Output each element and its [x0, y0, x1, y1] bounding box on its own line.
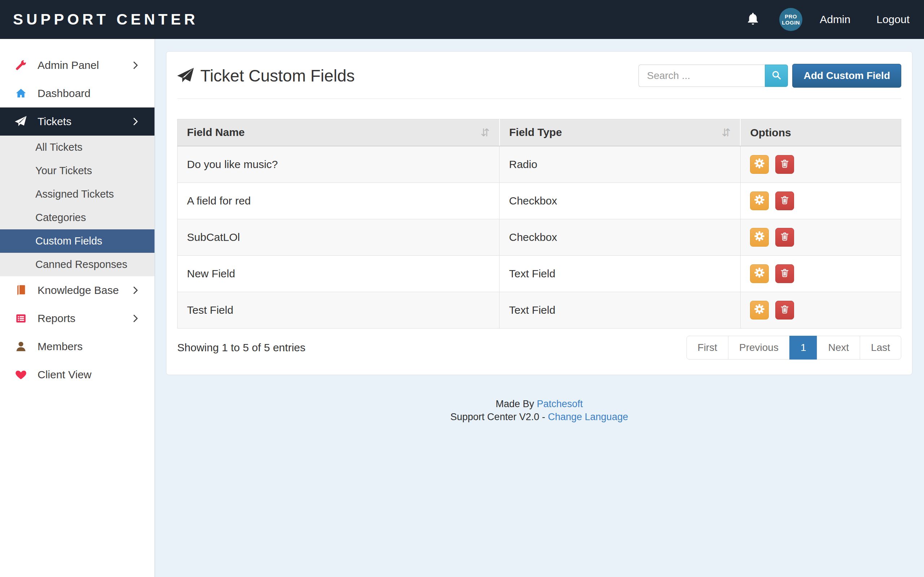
delete-field-button[interactable]: [775, 192, 794, 210]
navbar-right: PRO LOGIN Admin Logout: [745, 8, 909, 31]
search-button[interactable]: [765, 64, 788, 87]
report-icon: [14, 312, 28, 324]
sidebar-subitem-label: Custom Fields: [36, 235, 102, 247]
wrench-icon: [14, 59, 28, 71]
sort-icon: ⇵: [722, 126, 730, 139]
sidebar-item-label: Admin Panel: [37, 59, 99, 71]
search-icon: [771, 69, 782, 82]
field-name-cell: Do you like music?: [178, 146, 499, 183]
edit-field-button[interactable]: [750, 301, 769, 319]
field-name-cell: SubCatLOl: [178, 219, 499, 256]
sidebar-item-dashboard[interactable]: Dashboard: [0, 79, 155, 108]
footer-made-by-line: Made By Patchesoft: [166, 397, 913, 410]
nav-logout[interactable]: Logout: [876, 13, 909, 26]
chevron-right-icon: [130, 285, 141, 296]
table-row: SubCatLOl Checkbox: [178, 219, 901, 256]
sidebar-item-label: Tickets: [37, 115, 71, 128]
trash-icon: [780, 268, 790, 280]
field-name-cell: A field for red: [178, 183, 499, 219]
edit-field-button[interactable]: [750, 155, 769, 174]
sidebar-item-categories[interactable]: Categories: [0, 206, 155, 229]
options-cell: [740, 292, 901, 329]
field-type-cell: Text Field: [499, 292, 741, 329]
delete-field-button[interactable]: [775, 264, 794, 283]
pagination-page-1[interactable]: 1: [789, 336, 817, 359]
field-name-cell: Test Field: [178, 292, 499, 329]
column-header-field-name[interactable]: Field Name ⇵: [178, 119, 499, 147]
sidebar-item-custom-fields[interactable]: Custom Fields: [0, 229, 155, 253]
column-header-field-type[interactable]: Field Type ⇵: [499, 119, 741, 147]
paper-plane-icon: [177, 67, 195, 84]
nav-user-admin[interactable]: Admin: [820, 13, 850, 26]
sidebar-item-admin-panel[interactable]: Admin Panel: [0, 51, 155, 79]
gear-icon: [754, 304, 765, 317]
delete-field-button[interactable]: [775, 155, 794, 174]
table-row: New Field Text Field: [178, 256, 901, 292]
gear-icon: [754, 267, 765, 280]
sidebar-item-knowledge-base[interactable]: Knowledge Base: [0, 276, 155, 305]
top-navbar: SUPPORT CENTER PRO LOGIN Admin Logout: [0, 0, 924, 39]
field-name-cell: New Field: [178, 256, 499, 292]
sidebar-item-tickets[interactable]: Tickets: [0, 108, 155, 135]
sidebar-item-label: Reports: [37, 312, 76, 324]
sidebar-item-all-tickets[interactable]: All Tickets: [0, 135, 155, 159]
add-custom-field-label: Add Custom Field: [803, 70, 890, 82]
trash-icon: [780, 231, 790, 244]
main-content: Ticket Custom Fields: [155, 39, 924, 577]
sidebar-subitem-label: Your Tickets: [36, 165, 92, 177]
field-type-cell: Checkbox: [499, 183, 741, 219]
trash-icon: [780, 158, 790, 171]
showing-entries-text: Showing 1 to 5 of 5 entries: [177, 342, 305, 354]
change-language-link[interactable]: Change Language: [548, 411, 628, 422]
delete-field-button[interactable]: [775, 301, 794, 319]
edit-field-button[interactable]: [750, 264, 769, 283]
pagination-previous[interactable]: Previous: [728, 336, 790, 359]
options-cell: [740, 183, 901, 219]
paper-plane-icon: [14, 115, 28, 128]
options-cell: [740, 256, 901, 292]
home-icon: [14, 87, 28, 100]
sidebar-item-reports[interactable]: Reports: [0, 305, 155, 332]
chevron-right-icon: [130, 60, 141, 71]
sidebar-item-canned-responses[interactable]: Canned Responses: [0, 253, 155, 276]
sidebar: Admin Panel Dashboard: [0, 39, 155, 577]
search-input[interactable]: [638, 64, 765, 87]
pagination: First Previous 1 Next Last: [687, 336, 901, 359]
sidebar-item-assigned-tickets[interactable]: Assigned Tickets: [0, 182, 155, 206]
pagination-last[interactable]: Last: [860, 336, 901, 359]
sidebar-item-your-tickets[interactable]: Your Tickets: [0, 159, 155, 182]
page-title: Ticket Custom Fields: [200, 66, 355, 85]
field-type-cell: Checkbox: [499, 219, 741, 256]
gear-icon: [754, 194, 765, 208]
chevron-right-icon: [130, 116, 141, 127]
gear-icon: [754, 231, 765, 244]
page: SUPPORT CENTER PRO LOGIN Admin Logout: [0, 0, 924, 577]
edit-field-button[interactable]: [750, 192, 769, 210]
sidebar-item-label: Knowledge Base: [37, 284, 119, 297]
field-type-cell: Text Field: [499, 256, 741, 292]
sidebar-item-client-view[interactable]: Client View: [0, 361, 155, 389]
header-divider: [177, 98, 901, 99]
add-custom-field-button[interactable]: Add Custom Field: [792, 64, 901, 88]
title-wrap: Ticket Custom Fields: [177, 66, 355, 85]
custom-fields-table: Field Name ⇵ Field Type ⇵ Options: [177, 119, 901, 329]
sidebar-item-members[interactable]: Members: [0, 332, 155, 361]
search-group: [638, 64, 788, 87]
table-row: A field for red Checkbox: [178, 183, 901, 219]
sidebar-item-label: Client View: [37, 369, 92, 381]
sidebar-item-label: Dashboard: [37, 87, 90, 100]
pro-badge-line2: LOGIN: [782, 19, 800, 26]
sidebar-subitem-label: Assigned Tickets: [36, 188, 114, 200]
trash-icon: [780, 304, 790, 317]
edit-field-button[interactable]: [750, 228, 769, 247]
delete-field-button[interactable]: [775, 228, 794, 247]
field-type-cell: Radio: [499, 146, 741, 183]
sidebar-subitem-label: Canned Responses: [36, 259, 128, 271]
panel-header: Ticket Custom Fields: [177, 64, 901, 88]
notifications-button[interactable]: [745, 11, 761, 28]
pagination-next[interactable]: Next: [817, 336, 860, 359]
pro-login-badge[interactable]: PRO LOGIN: [779, 8, 802, 31]
patchesoft-link[interactable]: Patchesoft: [537, 398, 583, 409]
pagination-first[interactable]: First: [687, 336, 729, 359]
table-footer: Showing 1 to 5 of 5 entries First Previo…: [177, 336, 901, 359]
